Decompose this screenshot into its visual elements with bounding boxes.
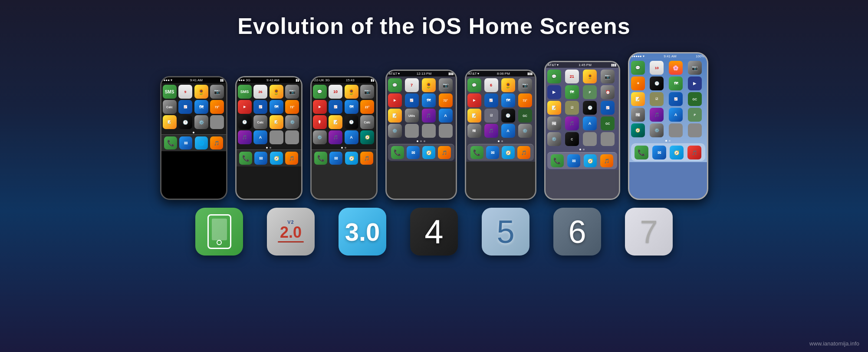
clock-icon: 🕐 (650, 76, 664, 90)
phone-body-ios2: ●●● 3G 9:42 AM ▮▮ SMS 26 🌻 📷 ▶ 📈 🗺 73° 🕐… (235, 76, 302, 200)
version-icon-2: v2 2.0 (267, 208, 315, 256)
calendar-icon: 9 (178, 85, 192, 99)
notes-icon: 📝 (547, 101, 561, 115)
settings-icon: ⚙️ (194, 115, 208, 129)
passbook-icon: P (583, 85, 597, 99)
calendar-icon: 21 (565, 70, 579, 83)
videos-icon: ▶ (688, 76, 702, 90)
phone-icon: 📞 (551, 154, 564, 167)
messages-icon: 💬 (467, 78, 481, 92)
appstore-icon: A (439, 109, 453, 123)
maps-icon: 🗺 (345, 100, 358, 114)
version-icon-6: 6 (553, 208, 601, 256)
compass-icon: 🧭 (360, 130, 374, 144)
newsstand-icon: 📰 (547, 116, 561, 130)
clock2-icon: 🕐 (583, 101, 597, 115)
notes-icon: 📝 (163, 115, 177, 129)
itunes-icon: 🎵 (565, 116, 579, 130)
appstore-icon: A (669, 108, 683, 122)
newsstand-icon: 📰 (467, 124, 481, 138)
web-icon: 🌐 (195, 136, 208, 149)
phone-icon: 📞 (470, 146, 483, 159)
clock-icon: ⏰ (601, 85, 615, 99)
reminders-icon: ☑ (565, 101, 579, 115)
stocks-icon: 📈 (178, 100, 192, 114)
phone-ios6: AT&T ▾ 1:45 PM ▮▮▮ 💬 21 🌻 📷 ▶ 🗺 P ⏰ 📝 ☑ … (544, 61, 620, 200)
gamecenter-icon: GC (688, 92, 702, 106)
appstore-icon: A (583, 116, 597, 130)
cydia-icon: C (565, 132, 579, 146)
safari-icon: 🧭 (422, 146, 435, 159)
calculator-icon: Calc (360, 115, 374, 129)
photos-icon: 🌻 (345, 85, 358, 99)
phone-ios7: ●●●●● ▾ 9:41 AM 100% 💬 10 🌸 📷 ☀ 🕐 🗺 ▶ 📝 … (628, 52, 708, 200)
youtube-icon: ▶ (238, 100, 252, 114)
mail-icon: ✉ (254, 152, 267, 165)
mail-icon: ✉ (486, 146, 499, 159)
clock-icon: 🕐 (178, 115, 192, 129)
camera-icon: 📷 (210, 85, 224, 99)
version-5-label: 5 (496, 213, 514, 250)
calculator-icon: Calc (253, 115, 267, 129)
weather-icon: 73° (518, 93, 532, 107)
clock-icon: 🕐 (238, 115, 252, 129)
stocks-icon: 📈 (405, 93, 419, 107)
version-icon-3: 3.0 (339, 208, 386, 256)
mail-icon: ✉ (329, 152, 342, 165)
itunes-icon: 🎵 (422, 109, 436, 123)
appstore-icon: A (345, 130, 358, 144)
itunesstore-icon: 🎵 (650, 108, 664, 122)
calculator-icon: Calc (163, 100, 177, 114)
ipod-icon: 🎵 (210, 136, 223, 149)
phone-ios5: AT&T ▾ 8:06 PM ▮▮▮ 💬 6 🌻 📷 ▶ 📈 🗺 73° 📝 ☑… (465, 70, 536, 200)
phone-body-ios4: AT&T ▾ 12:13 PM ▮▮▮ 💬 7 🌻 📷 ▶ 📈 🗺 73° 📝 … (385, 70, 457, 200)
photos-icon: 🌻 (501, 78, 515, 92)
youtube-icon: ▶ (467, 93, 481, 107)
clock-icon: 🕐 (501, 109, 515, 123)
version-icon-5: 5 (482, 208, 529, 256)
camera-icon: 📷 (518, 78, 532, 92)
phone-ios3: O2-UK 3G 15:43 ▮▮ 💬 10 🌻 📷 ▶ 📈 🗺 23° 🎙 📝… (310, 76, 378, 200)
safari-icon: 🧭 (345, 152, 358, 165)
notes-icon: 📝 (631, 92, 645, 106)
ipod-icon: 🎵 (360, 152, 373, 165)
version-7-label: 7 (640, 213, 658, 250)
calendar-icon: 10 (650, 61, 664, 75)
version-row: v2 2.0 3.0 4 5 6 7 (0, 208, 868, 256)
camera-icon: 📷 (285, 85, 299, 99)
settings-icon: ⚙️ (285, 115, 299, 129)
music-icon: 🎵 (600, 154, 613, 167)
stocks-icon: 📈 (484, 93, 498, 107)
sms-icon: SMS (238, 85, 252, 99)
phone-ios4: AT&T ▾ 12:13 PM ▮▮▮ 💬 7 🌻 📷 ▶ 📈 🗺 73° 📝 … (385, 70, 457, 200)
reminders-icon: ☑ (650, 92, 664, 106)
notes-icon: 📝 (270, 115, 283, 129)
stocks-icon: 📈 (253, 100, 267, 114)
ipod-icon: 🎵 (438, 146, 451, 159)
phone-ios2: ●●● 3G 9:42 AM ▮▮ SMS 26 🌻 📷 ▶ 📈 🗺 73° 🕐… (235, 76, 302, 200)
maps-icon: 🗺 (270, 100, 283, 114)
photos-icon: 🌸 (669, 61, 683, 75)
watermark: www.ianatomija.info (809, 340, 859, 347)
stocks-icon: 📈 (329, 100, 342, 114)
music-icon: 🎵 (687, 146, 701, 159)
photos-icon: 🌻 (422, 78, 436, 92)
maps-icon: 🗺 (669, 76, 683, 90)
notes-icon: 📝 (329, 115, 342, 129)
gamecenter-icon: GC (518, 109, 532, 123)
version-3-label: 3.0 (345, 217, 380, 246)
mail-icon: ✉ (652, 146, 666, 159)
youtube-icon: ▶ (313, 100, 327, 114)
itunes-icon: 🎵 (329, 130, 342, 144)
videos-icon: ▶ (547, 85, 561, 99)
camera-icon: 📷 (601, 70, 615, 83)
phone-icon: 📞 (635, 146, 648, 159)
notes-icon: 📝 (388, 109, 402, 123)
phone-icon: 📞 (239, 152, 252, 165)
calendar-icon: 7 (405, 78, 419, 92)
compass-icon: 🧭 (631, 123, 645, 137)
weather-icon: 73° (439, 93, 453, 107)
youtube-icon: ▶ (388, 93, 402, 107)
photos-icon: 🌻 (583, 70, 597, 83)
weather-icon: 73° (285, 100, 299, 114)
